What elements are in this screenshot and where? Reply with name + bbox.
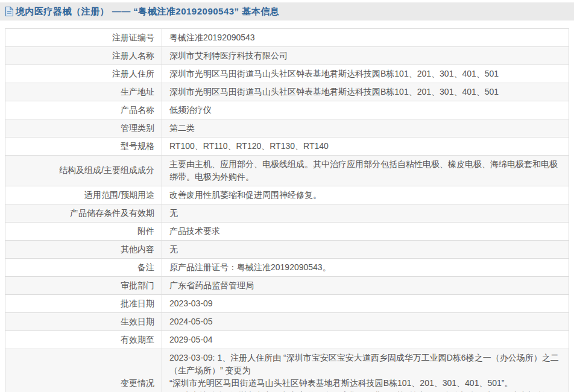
row-value: 广东省药品监督管理局 — [162, 277, 569, 295]
row-label: 适用范围/预期用途 — [5, 186, 162, 204]
table-row: 审批部门 广东省药品监督管理局 — [5, 277, 569, 295]
table-row: 管理类别 第二类 — [5, 119, 569, 138]
row-value: 第二类 — [162, 119, 569, 138]
table-row: 适用范围/预期用途 改善废用性肌萎缩和促进周围神经修复。 — [5, 186, 569, 204]
row-label: 产品储存条件及有效期 — [5, 204, 162, 223]
row-value: 2023-03-09: 1、注册人住所由 “深圳市宝安区宝安大道西乡固成华万工业… — [162, 349, 569, 392]
table-row: 变更情况 2023-03-09: 1、注册人住所由 “深圳市宝安区宝安大道西乡固… — [5, 349, 569, 392]
table-row: 有效期至 2029-05-04 — [5, 331, 569, 349]
table-row: 注册人名称 深圳市艾利特医疗科技有限公司 — [5, 47, 569, 65]
table-row: 生产地址 深圳市光明区马田街道马山头社区钟表基地君斯达科技园B栋101、201、… — [5, 83, 569, 101]
table-row: 备注 原产品注册证号：粤械注准20192090543。 — [5, 259, 569, 277]
page-header: 境内医疗器械（注册） —— “粤械注准20192090543” 基本信息 — [0, 2, 574, 21]
registration-info-table: 注册证编号 粤械注准20192090543 注册人名称 深圳市艾利特医疗科技有限… — [5, 28, 569, 392]
row-label: 型号规格 — [5, 138, 162, 156]
row-label: 其他内容 — [5, 241, 162, 259]
table-row: 生效日期 2024-05-05 — [5, 313, 569, 331]
page-title: 境内医疗器械（注册） —— “粤械注准20192090543” 基本信息 — [16, 6, 279, 17]
row-label: 注册人住所 — [5, 65, 162, 83]
table-row: 注册人住所 深圳市光明区马田街道马山头社区钟表基地君斯达科技园B栋101、201… — [5, 65, 569, 83]
info-table-body: 注册证编号 粤械注准20192090543 注册人名称 深圳市艾利特医疗科技有限… — [5, 29, 569, 392]
document-icon — [5, 7, 13, 16]
row-label: 变更情况 — [5, 349, 162, 392]
row-value: 粤械注准20192090543 — [162, 29, 569, 47]
table-row: 附件 产品技术要求 — [5, 223, 569, 241]
row-value: 深圳市光明区马田街道马山头社区钟表基地君斯达科技园B栋101、201、301、4… — [162, 65, 569, 83]
row-label: 附件 — [5, 223, 162, 241]
row-value: 无 — [162, 241, 569, 259]
table-row: 产品名称 低频治疗仪 — [5, 101, 569, 119]
row-value: 低频治疗仪 — [162, 101, 569, 119]
row-label: 生产地址 — [5, 83, 162, 101]
table-row: 注册证编号 粤械注准20192090543 — [5, 29, 569, 47]
table-row: 批准日期 2023-03-09 — [5, 295, 569, 313]
row-label: 产品名称 — [5, 101, 162, 119]
row-value: 产品技术要求 — [162, 223, 569, 241]
row-value: 2029-05-04 — [162, 331, 569, 349]
row-label: 注册证编号 — [5, 29, 162, 47]
row-value: 2024-05-05 — [162, 313, 569, 331]
row-value: 原产品注册证号：粤械注准20192090543。 — [162, 259, 569, 277]
row-label: 有效期至 — [5, 331, 162, 349]
row-label: 管理类别 — [5, 119, 162, 138]
row-label: 批准日期 — [5, 295, 162, 313]
row-label: 结构及组成/主要组成成分 — [5, 156, 162, 186]
row-label: 生效日期 — [5, 313, 162, 331]
row-value: 深圳市艾利特医疗科技有限公司 — [162, 47, 569, 65]
row-value: 改善废用性肌萎缩和促进周围神经修复。 — [162, 186, 569, 204]
table-row: 产品储存条件及有效期 无 — [5, 204, 569, 223]
table-row: 型号规格 RT100、RT110、RT120、RT130、RT140 — [5, 138, 569, 156]
row-label: 备注 — [5, 259, 162, 277]
row-label: 审批部门 — [5, 277, 162, 295]
row-value: 无 — [162, 204, 569, 223]
table-row: 结构及组成/主要组成成分 主要由主机、应用部分、电极线组成。其中治疗应用部分包括… — [5, 156, 569, 186]
row-value: 2023-03-09 — [162, 295, 569, 313]
row-value: 深圳市光明区马田街道马山头社区钟表基地君斯达科技园B栋101、201、301、4… — [162, 83, 569, 101]
row-value: RT100、RT110、RT120、RT130、RT140 — [162, 138, 569, 156]
row-value: 主要由主机、应用部分、电极线组成。其中治疗应用部分包括自粘性电极、橡皮电极、海绵… — [162, 156, 569, 186]
row-label: 注册人名称 — [5, 47, 162, 65]
table-row: 其他内容 无 — [5, 241, 569, 259]
